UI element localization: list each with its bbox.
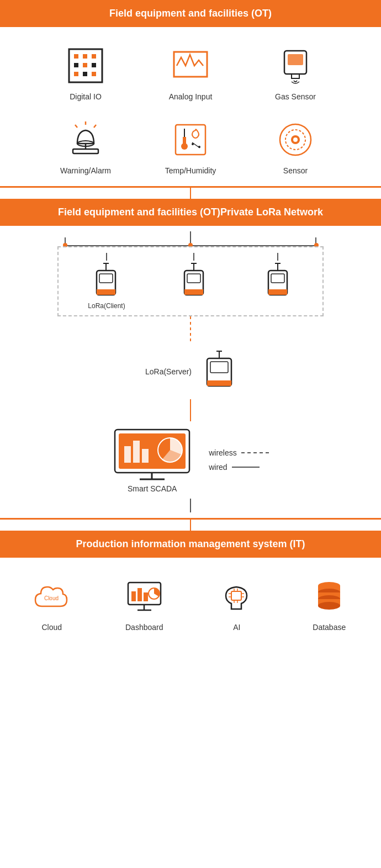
warning-alarm-item: Warning/Alarm xyxy=(36,112,135,181)
wired-line-icon xyxy=(232,467,260,468)
lora-client-label-1: LoRa(Client) xyxy=(88,302,125,310)
ot-icon-grid: Digital IO Analog Input xyxy=(6,38,375,181)
svg-point-25 xyxy=(192,143,194,145)
svg-point-82 xyxy=(318,602,340,610)
svg-line-16 xyxy=(94,125,96,128)
cloud-icon: Cloud xyxy=(30,574,74,618)
analog-input-label: Analog Input xyxy=(169,92,213,101)
cloud-label: Cloud xyxy=(41,623,62,632)
database-label: Database xyxy=(313,623,346,632)
svg-rect-44 xyxy=(271,274,284,283)
ot-section: Digital IO Analog Input xyxy=(0,27,381,188)
lora-section: LoRa(Client) xyxy=(0,226,381,520)
lora-device-icon-1 xyxy=(91,261,121,302)
gas-sensor-icon xyxy=(273,44,318,88)
digital-io-label: Digital IO xyxy=(70,92,102,101)
digital-io-icon xyxy=(64,44,108,88)
lora-header: Field equipment and facilities (OT)Priva… xyxy=(0,199,381,226)
svg-rect-50 xyxy=(207,380,231,386)
svg-rect-49 xyxy=(210,362,228,373)
svg-point-26 xyxy=(198,146,200,148)
lora-server-row: LoRa(Server) xyxy=(6,350,375,394)
sensor-icon xyxy=(273,118,318,162)
svg-rect-17 xyxy=(73,149,98,154)
warning-alarm-icon xyxy=(64,118,108,162)
svg-rect-67 xyxy=(231,591,241,600)
svg-rect-9 xyxy=(92,72,96,76)
svg-rect-4 xyxy=(74,63,78,67)
svg-rect-3 xyxy=(92,54,96,59)
svg-rect-5 xyxy=(83,63,87,67)
database-item: Database xyxy=(290,574,368,632)
svg-rect-6 xyxy=(92,63,96,67)
legend-wireless: wireless xyxy=(209,448,269,457)
wireless-line-icon xyxy=(241,452,269,453)
svg-rect-34 xyxy=(99,274,113,283)
dashboard-label: Dashboard xyxy=(125,623,163,632)
cloud-item: Cloud Cloud xyxy=(13,574,91,632)
svg-rect-7 xyxy=(74,72,78,76)
svg-rect-20 xyxy=(176,125,205,155)
it-header: Production information management system… xyxy=(0,531,381,558)
lora-client-1: LoRa(Client) xyxy=(88,253,125,310)
lora-client-2 xyxy=(179,253,209,310)
lora-device-icon-3 xyxy=(263,261,293,302)
smart-scada-icon xyxy=(112,427,192,482)
it-section: Cloud Cloud xyxy=(0,558,381,643)
database-icon xyxy=(307,574,351,618)
svg-rect-62 xyxy=(137,588,142,601)
lora-device-icon-2 xyxy=(179,261,209,302)
svg-rect-63 xyxy=(144,592,148,601)
svg-point-30 xyxy=(293,137,298,142)
lora-server-label: LoRa(Server) xyxy=(145,367,192,376)
svg-rect-39 xyxy=(187,274,200,283)
analog-input-item: Analog Input xyxy=(141,38,240,107)
dashboard-icon xyxy=(122,574,166,618)
legend-wired: wired xyxy=(209,463,259,472)
gas-sensor-label: Gas Sensor xyxy=(275,92,316,101)
svg-rect-53 xyxy=(124,446,131,463)
svg-rect-1 xyxy=(74,54,78,59)
svg-rect-61 xyxy=(131,591,136,601)
svg-rect-54 xyxy=(133,441,140,463)
analog-input-icon xyxy=(168,44,213,88)
warning-alarm-label: Warning/Alarm xyxy=(60,166,111,175)
ot-to-lora-connector xyxy=(0,188,381,199)
lora-clients-box: LoRa(Client) xyxy=(57,246,324,316)
svg-rect-8 xyxy=(83,72,87,76)
svg-rect-12 xyxy=(288,54,303,65)
svg-rect-55 xyxy=(142,449,149,463)
scada-row: Smart SCADA wireless wired xyxy=(6,427,375,493)
svg-rect-23 xyxy=(183,137,186,145)
ot-header: Field equipment and facilities (OT) xyxy=(0,0,381,27)
sensor-label: Sensor xyxy=(283,166,308,175)
svg-line-15 xyxy=(75,125,77,128)
smart-scada-label: Smart SCADA xyxy=(128,484,177,493)
gas-sensor-item: Gas Sensor xyxy=(246,38,345,107)
svg-rect-40 xyxy=(184,289,203,295)
lora-client-3 xyxy=(263,253,293,310)
it-icon-row: Cloud Cloud xyxy=(6,574,375,632)
svg-rect-45 xyxy=(268,289,287,295)
sensor-item: Sensor xyxy=(246,112,345,181)
ai-label: AI xyxy=(233,623,240,632)
svg-text:Cloud: Cloud xyxy=(44,595,59,601)
temp-humidity-item: Temp/Humidity xyxy=(141,112,240,181)
ai-item: AI xyxy=(198,574,276,632)
temp-humidity-label: Temp/Humidity xyxy=(165,166,216,175)
digital-io-item: Digital IO xyxy=(36,38,135,107)
lora-to-it-connector xyxy=(0,520,381,531)
svg-rect-2 xyxy=(83,54,87,59)
lora-server-icon xyxy=(203,350,236,394)
svg-rect-35 xyxy=(97,289,115,295)
dashboard-item: Dashboard xyxy=(105,574,183,632)
legend-box: wireless wired xyxy=(209,448,269,472)
temp-humidity-icon xyxy=(168,118,213,162)
ai-icon xyxy=(215,574,259,618)
